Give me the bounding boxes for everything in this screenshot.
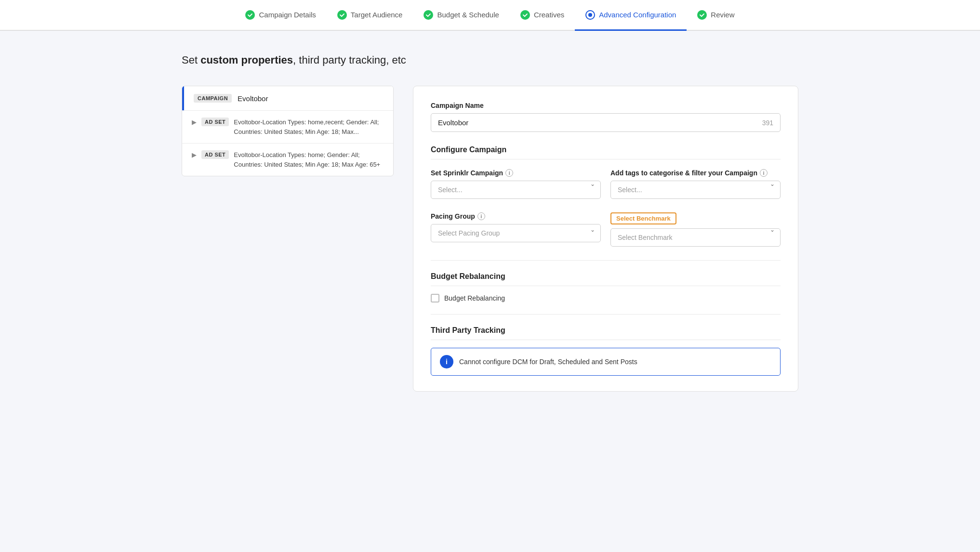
campaign-header: CAMPAIGN Evoltobor	[182, 86, 393, 110]
tags-info-icon[interactable]: i	[760, 169, 768, 177]
ad-set-desc-1: Evoltobor-Location Types: home; Gender: …	[234, 150, 384, 169]
check-icon-target-audience	[337, 10, 347, 20]
ad-set-item-1[interactable]: ▶ AD SET Evoltobor-Location Types: home;…	[182, 143, 393, 176]
tags-label: Add tags to categorise & filter your Cam…	[610, 169, 781, 177]
nav-step-advanced-configuration[interactable]: Advanced Configuration	[575, 0, 687, 31]
sprinklr-select[interactable]: Select...	[431, 181, 601, 199]
budget-section-title: Budget Rebalancing	[431, 272, 781, 286]
heading-end: , third party tracking, etc	[293, 54, 406, 66]
pacing-select[interactable]: Select Pacing Group	[431, 224, 601, 242]
chevron-right-icon-1: ▶	[192, 151, 197, 158]
heading-bold: custom properties	[200, 54, 293, 66]
nav-step-target-audience[interactable]: Target Audience	[327, 0, 413, 31]
configure-section-title: Configure Campaign	[431, 145, 781, 159]
benchmark-tooltip-badge[interactable]: Select Benchmark	[610, 212, 676, 224]
campaign-name: Evoltobor	[238, 94, 268, 103]
budget-checkbox[interactable]	[431, 294, 439, 302]
check-icon-creatives	[520, 10, 530, 20]
tracking-section-title: Third Party Tracking	[431, 326, 781, 340]
pacing-label: Pacing Group i	[431, 212, 601, 220]
campaign-name-value: Evoltobor	[438, 118, 468, 127]
page-content: Set custom properties, third party track…	[153, 31, 827, 415]
left-panel: CAMPAIGN Evoltobor ▶ AD SET Evoltobor-Lo…	[182, 86, 394, 176]
tracking-info-banner: i Cannot configure DCM for Draft, Schedu…	[431, 348, 781, 376]
tags-field: Add tags to categorise & filter your Cam…	[610, 169, 781, 199]
sprinklr-info-icon[interactable]: i	[505, 169, 513, 177]
check-icon-review	[697, 10, 707, 20]
ad-set-desc-0: Evoltobor-Location Types: home,recent; G…	[234, 118, 384, 136]
campaign-name-input[interactable]: Evoltobor 391	[431, 113, 781, 132]
benchmark-field: Select Benchmark Select Benchmark ⌄	[610, 212, 781, 247]
check-icon-budget-schedule	[424, 10, 433, 20]
campaign-card: CAMPAIGN Evoltobor ▶ AD SET Evoltobor-Lo…	[182, 86, 394, 176]
nav-step-creatives[interactable]: Creatives	[510, 0, 575, 31]
nav-step-review[interactable]: Review	[687, 0, 745, 31]
chevron-right-icon-0: ▶	[192, 118, 197, 126]
page-heading: Set custom properties, third party track…	[182, 54, 798, 66]
benchmark-select[interactable]: Select Benchmark	[610, 228, 781, 247]
nav-label-creatives: Creatives	[534, 11, 564, 19]
nav-label-review: Review	[711, 11, 734, 19]
nav-step-campaign-details[interactable]: Campaign Details	[235, 0, 326, 31]
nav-label-budget-schedule: Budget & Schedule	[437, 11, 499, 19]
sprinklr-field: Set Sprinklr Campaign i Select... ⌄	[431, 169, 601, 199]
nav-steps: Campaign Details Target Audience Budget …	[235, 0, 745, 30]
form-section: Campaign Name Evoltobor 391 Configure Ca…	[413, 86, 798, 392]
nav-label-advanced-configuration: Advanced Configuration	[599, 11, 676, 19]
circle-icon-advanced-configuration	[585, 10, 595, 20]
campaign-name-group: Campaign Name Evoltobor 391	[431, 102, 781, 132]
campaign-name-label: Campaign Name	[431, 102, 781, 109]
heading-start: Set	[182, 54, 200, 66]
ad-set-tag-1: AD SET	[201, 150, 229, 159]
configure-row: Set Sprinklr Campaign i Select... ⌄ Add …	[431, 169, 781, 199]
top-nav: Campaign Details Target Audience Budget …	[0, 0, 980, 31]
tags-select[interactable]: Select...	[610, 181, 781, 199]
campaign-tag: CAMPAIGN	[194, 94, 232, 103]
campaign-name-char-count: 391	[762, 119, 773, 127]
pacing-row: Pacing Group i Select Pacing Group ⌄ Sel…	[431, 212, 781, 247]
main-layout: CAMPAIGN Evoltobor ▶ AD SET Evoltobor-Lo…	[182, 86, 798, 392]
ad-set-item-0[interactable]: ▶ AD SET Evoltobor-Location Types: home,…	[182, 110, 393, 143]
benchmark-label-area: Select Benchmark	[610, 212, 781, 224]
pacing-info-icon[interactable]: i	[477, 212, 485, 220]
pacing-field: Pacing Group i Select Pacing Group ⌄	[431, 212, 601, 247]
divider-2	[431, 314, 781, 315]
check-icon-campaign-details	[245, 10, 255, 20]
nav-label-target-audience: Target Audience	[351, 11, 403, 19]
budget-checkbox-row: Budget Rebalancing	[431, 294, 781, 302]
budget-checkbox-label: Budget Rebalancing	[444, 294, 505, 302]
sprinklr-label: Set Sprinklr Campaign i	[431, 169, 601, 177]
nav-step-budget-schedule[interactable]: Budget & Schedule	[413, 0, 509, 31]
info-banner-icon: i	[440, 355, 453, 368]
tracking-banner-text: Cannot configure DCM for Draft, Schedule…	[459, 358, 637, 366]
nav-label-campaign-details: Campaign Details	[259, 11, 316, 19]
divider-1	[431, 260, 781, 261]
ad-set-tag-0: AD SET	[201, 118, 229, 126]
right-panel: Campaign Name Evoltobor 391 Configure Ca…	[413, 86, 798, 392]
